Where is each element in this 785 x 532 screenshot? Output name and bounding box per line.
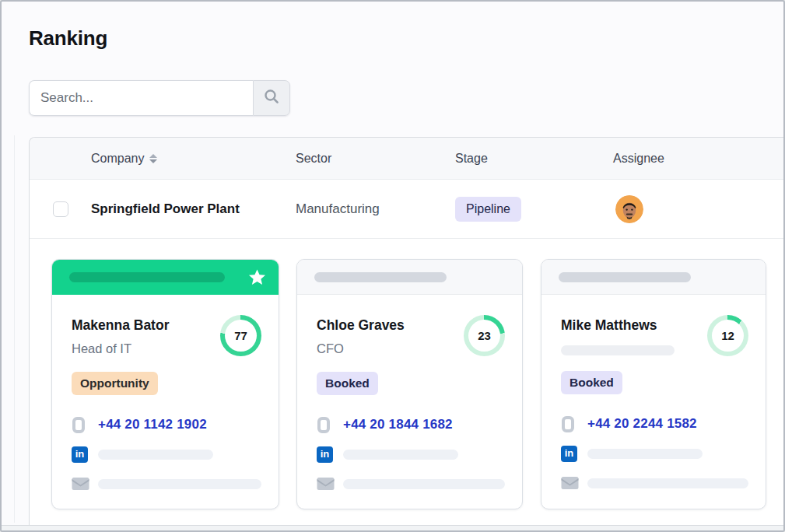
search-button[interactable]	[253, 80, 290, 116]
linkedin-skeleton	[587, 449, 703, 459]
score-value: 12	[712, 320, 744, 352]
email-row	[561, 474, 748, 492]
email-icon[interactable]	[561, 476, 587, 490]
contact-card-chloe[interactable]: Chloe Graves CFO 23 Booked +44 20 1844 1…	[296, 259, 523, 509]
phone-link[interactable]: +44 20 1844 1682	[343, 417, 453, 432]
card-header	[297, 260, 522, 295]
column-header-stage: Stage	[455, 138, 488, 180]
phone-link[interactable]: +44 20 2244 1582	[587, 416, 697, 432]
email-skeleton	[343, 479, 505, 489]
search-input[interactable]	[29, 80, 253, 116]
stage-badge: Pipeline	[455, 197, 521, 222]
app-window: Ranking Company Sector Stage Assignee	[0, 0, 785, 532]
horizontal-scrollbar[interactable]	[2, 525, 783, 530]
email-icon[interactable]	[72, 477, 98, 491]
contact-title: CFO	[317, 340, 405, 357]
status-badge: Booked	[561, 371, 622, 394]
contact-card-mike[interactable]: Mike Matthews 12 Booked +44 20 2244 1582…	[541, 259, 766, 509]
sector-value: Manufacturing	[296, 180, 380, 239]
email-skeleton	[98, 479, 261, 489]
status-badge: Opportunity	[72, 372, 158, 395]
score-value: 77	[225, 320, 257, 352]
contact-name: Makenna Bator	[72, 317, 169, 334]
phone-icon	[72, 417, 85, 433]
linkedin-icon[interactable]: in	[72, 446, 88, 463]
column-header-sector: Sector	[296, 138, 331, 180]
contact-name: Mike Matthews	[561, 317, 675, 334]
column-header-assignee: Assignee	[613, 138, 664, 180]
phone-row: +44 20 1844 1682	[317, 415, 505, 434]
contact-name: Chloe Graves	[317, 317, 405, 334]
column-header-company[interactable]: Company	[91, 138, 157, 180]
score-ring: 23	[464, 315, 505, 356]
table-header-row: Company Sector Stage Assignee	[30, 138, 783, 180]
score-value: 23	[468, 320, 500, 352]
phone-row: +44 20 2244 1582	[561, 415, 748, 433]
linkedin-skeleton	[343, 450, 458, 460]
score-ring: 12	[707, 315, 748, 356]
company-name: Springfield Power Plant	[91, 180, 240, 239]
stage-cell: Pipeline	[455, 180, 521, 239]
header-skeleton-bar	[314, 272, 447, 282]
page-title: Ranking	[29, 26, 107, 51]
linkedin-icon[interactable]: in	[561, 446, 577, 462]
status-badge: Booked	[317, 372, 378, 395]
search-bar	[29, 80, 290, 116]
phone-icon	[562, 416, 574, 432]
linkedin-row: in	[561, 444, 748, 463]
card-header	[541, 260, 766, 295]
header-skeleton-bar	[559, 272, 691, 282]
linkedin-row: in	[72, 445, 261, 464]
contact-card-makenna[interactable]: Makenna Bator Head of IT 77 Opportunity …	[51, 259, 279, 509]
linkedin-skeleton	[98, 450, 213, 460]
phone-icon	[317, 417, 330, 433]
star-icon[interactable]	[248, 268, 266, 286]
assignee-avatar	[615, 195, 643, 223]
contact-title: Head of IT	[72, 340, 169, 357]
email-icon[interactable]	[317, 477, 343, 491]
title-skeleton	[561, 345, 675, 355]
email-skeleton	[587, 478, 748, 488]
left-divider	[14, 135, 15, 523]
table-row[interactable]: Springfield Power Plant Manufacturing Pi…	[30, 180, 783, 239]
email-row	[317, 474, 505, 493]
row-checkbox[interactable]	[53, 201, 68, 217]
linkedin-icon[interactable]: in	[317, 446, 333, 463]
card-header-highlighted	[52, 260, 279, 295]
score-ring: 77	[220, 315, 261, 356]
header-skeleton-bar	[69, 272, 225, 282]
ranking-table: Company Sector Stage Assignee Springfiel…	[29, 137, 783, 527]
search-icon	[263, 88, 280, 108]
phone-row: +44 20 1142 1902	[72, 415, 261, 434]
email-row	[72, 474, 261, 493]
phone-link[interactable]: +44 20 1142 1902	[98, 417, 207, 432]
assignee-cell	[615, 180, 643, 239]
linkedin-row: in	[317, 445, 505, 464]
sort-icon	[149, 154, 157, 163]
